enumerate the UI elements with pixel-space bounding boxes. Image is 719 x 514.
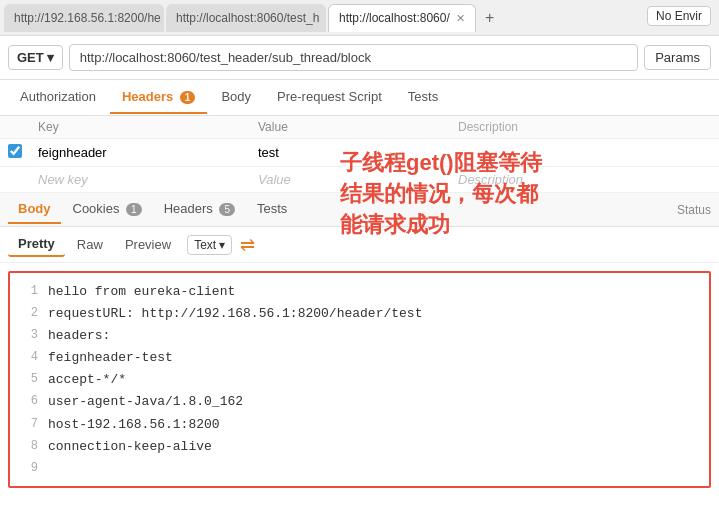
line-text: headers: bbox=[48, 325, 110, 347]
tab-pre-request[interactable]: Pre-request Script bbox=[265, 81, 394, 114]
method-label: GET bbox=[17, 50, 44, 65]
fmt-preview[interactable]: Preview bbox=[115, 233, 181, 256]
tab-tests[interactable]: Tests bbox=[396, 81, 450, 114]
line-text: accept-*/* bbox=[48, 369, 126, 391]
text-select-chevron-icon: ▾ bbox=[219, 238, 225, 252]
line-text: hello from eureka-client bbox=[48, 281, 235, 303]
headers-section: Key Value Description feignheader test N… bbox=[0, 116, 719, 193]
response-code-line: 6user-agent-Java/1.8.0_162 bbox=[18, 391, 701, 413]
params-button[interactable]: Params bbox=[644, 45, 711, 70]
col-value: Value bbox=[250, 116, 450, 139]
close-icon[interactable]: ✕ bbox=[456, 12, 465, 25]
line-text: connection-keep-alive bbox=[48, 436, 212, 458]
browser-tab-2-label: http://localhost:8060/test_h bbox=[176, 11, 319, 25]
line-text: host-192.168.56.1:8200 bbox=[48, 414, 220, 436]
header-row-new: New key Value Description bbox=[0, 167, 719, 193]
browser-tabs-bar: http://192.168.56.1:8200/he http://local… bbox=[0, 0, 719, 36]
tab-body-label: Body bbox=[221, 89, 251, 104]
body-format-bar: Pretty Raw Preview Text ▾ ⇌ bbox=[0, 227, 719, 263]
browser-tab-3[interactable]: http://localhost:8060/ ✕ bbox=[328, 4, 476, 32]
response-code-line: 3headers: bbox=[18, 325, 701, 347]
url-bar: GET ▾ Params bbox=[0, 36, 719, 80]
fmt-pretty[interactable]: Pretty bbox=[8, 232, 65, 257]
response-code-line: 5accept-*/* bbox=[18, 369, 701, 391]
line-number: 4 bbox=[18, 347, 38, 369]
fmt-pretty-label: Pretty bbox=[18, 236, 55, 251]
text-select-dropdown[interactable]: Text ▾ bbox=[187, 235, 232, 255]
response-tabs: Body Cookies 1 Headers 5 Tests Status bbox=[0, 193, 719, 227]
line-number: 3 bbox=[18, 325, 38, 347]
new-value-placeholder[interactable]: Value bbox=[250, 167, 450, 193]
resp-tab-cookies[interactable]: Cookies 1 bbox=[63, 195, 152, 224]
resp-tab-tests[interactable]: Tests bbox=[247, 195, 297, 224]
fmt-raw[interactable]: Raw bbox=[67, 233, 113, 256]
line-text: user-agent-Java/1.8.0_162 bbox=[48, 391, 243, 413]
tab-headers[interactable]: Headers 1 bbox=[110, 81, 208, 114]
response-code-line: 7host-192.168.56.1:8200 bbox=[18, 414, 701, 436]
resp-tab-body[interactable]: Body bbox=[8, 195, 61, 224]
resp-tab-cookies-label: Cookies bbox=[73, 201, 120, 216]
tab-pre-request-label: Pre-request Script bbox=[277, 89, 382, 104]
response-code-line: 4feignheader-test bbox=[18, 347, 701, 369]
header-row-1-key[interactable]: feignheader bbox=[30, 139, 250, 167]
url-input[interactable] bbox=[69, 44, 638, 71]
tab-body[interactable]: Body bbox=[209, 81, 263, 114]
browser-tab-1[interactable]: http://192.168.56.1:8200/he bbox=[4, 4, 164, 32]
header-row-1-desc bbox=[450, 139, 719, 167]
header-row-1-checkbox[interactable] bbox=[8, 144, 22, 158]
line-number: 1 bbox=[18, 281, 38, 303]
tab-headers-label: Headers bbox=[122, 89, 173, 104]
line-text: feignheader-test bbox=[48, 347, 173, 369]
line-number: 7 bbox=[18, 414, 38, 436]
tab-authorization-label: Authorization bbox=[20, 89, 96, 104]
resp-tab-headers-label: Headers bbox=[164, 201, 213, 216]
cookies-badge: 1 bbox=[126, 203, 142, 216]
header-row-1: feignheader test bbox=[0, 139, 719, 167]
text-select-label: Text bbox=[194, 238, 216, 252]
request-tabs: Authorization Headers 1 Body Pre-request… bbox=[0, 80, 719, 116]
line-number: 9 bbox=[18, 458, 38, 478]
resp-headers-badge: 5 bbox=[219, 203, 235, 216]
response-body-content: 1hello from eureka-client2requestURL: ht… bbox=[8, 271, 711, 488]
fmt-preview-label: Preview bbox=[125, 237, 171, 252]
wrap-icon[interactable]: ⇌ bbox=[240, 234, 255, 256]
headers-badge: 1 bbox=[180, 91, 196, 104]
header-row-1-value[interactable]: test bbox=[250, 139, 450, 167]
col-checkbox bbox=[0, 116, 30, 139]
line-text: requestURL: http://192.168.56.1:8200/hea… bbox=[48, 303, 422, 325]
tab-authorization[interactable]: Authorization bbox=[8, 81, 108, 114]
new-key-placeholder[interactable]: New key bbox=[30, 167, 250, 193]
resp-tab-tests-label: Tests bbox=[257, 201, 287, 216]
fmt-raw-label: Raw bbox=[77, 237, 103, 252]
browser-tab-2[interactable]: http://localhost:8060/test_h bbox=[166, 4, 326, 32]
status-label: Status bbox=[677, 203, 711, 217]
col-key: Key bbox=[30, 116, 250, 139]
resp-tab-headers[interactable]: Headers 5 bbox=[154, 195, 245, 224]
line-number: 6 bbox=[18, 391, 38, 413]
no-env-button[interactable]: No Envir bbox=[647, 6, 711, 26]
response-body: 1hello from eureka-client2requestURL: ht… bbox=[0, 271, 719, 488]
resp-tab-body-label: Body bbox=[18, 201, 51, 216]
line-number: 5 bbox=[18, 369, 38, 391]
browser-tab-1-label: http://192.168.56.1:8200/he bbox=[14, 11, 161, 25]
headers-table: Key Value Description feignheader test N… bbox=[0, 116, 719, 193]
line-number: 2 bbox=[18, 303, 38, 325]
method-chevron-icon: ▾ bbox=[47, 50, 54, 65]
browser-tab-3-label: http://localhost:8060/ bbox=[339, 11, 450, 25]
response-code-line: 9 bbox=[18, 458, 701, 478]
col-description: Description bbox=[450, 116, 719, 139]
new-desc-placeholder: Description bbox=[450, 167, 719, 193]
response-code-line: 8connection-keep-alive bbox=[18, 436, 701, 458]
line-number: 8 bbox=[18, 436, 38, 458]
method-button[interactable]: GET ▾ bbox=[8, 45, 63, 70]
add-tab-button[interactable]: + bbox=[478, 6, 502, 30]
response-code-line: 1hello from eureka-client bbox=[18, 281, 701, 303]
tab-tests-label: Tests bbox=[408, 89, 438, 104]
response-code-line: 2requestURL: http://192.168.56.1:8200/he… bbox=[18, 303, 701, 325]
